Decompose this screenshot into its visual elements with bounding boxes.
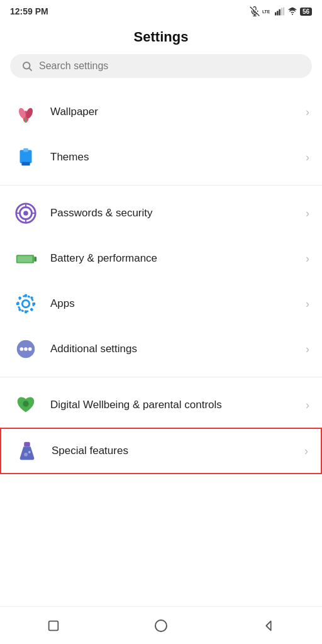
search-input[interactable]	[39, 60, 301, 72]
svg-rect-16	[20, 150, 32, 164]
svg-point-41	[24, 347, 28, 351]
passwords-chevron: ›	[306, 207, 309, 220]
divider-2	[0, 377, 322, 377]
status-icons: LTE 56	[250, 6, 312, 16]
special-features-icon	[14, 438, 40, 464]
svg-rect-33	[16, 303, 19, 305]
svg-point-21	[23, 211, 28, 216]
appearance-section: Wallpaper › Themes ›	[0, 89, 322, 180]
wallpaper-item[interactable]: Wallpaper ›	[0, 89, 322, 135]
apps-icon	[13, 291, 39, 317]
wallpaper-chevron: ›	[306, 106, 309, 119]
svg-point-40	[20, 347, 24, 351]
wallpaper-icon	[13, 99, 39, 125]
wallpaper-label: Wallpaper	[50, 105, 306, 119]
page-title: Settings	[0, 20, 322, 54]
svg-rect-5	[277, 11, 278, 15]
additional-item[interactable]: Additional settings ›	[0, 326, 322, 372]
svg-point-42	[28, 347, 32, 351]
svg-rect-44	[24, 442, 30, 447]
themes-chevron: ›	[306, 151, 309, 164]
signal-icon	[275, 6, 285, 16]
svg-rect-6	[279, 9, 280, 16]
svg-point-43	[23, 401, 29, 407]
apps-chevron: ›	[306, 297, 309, 311]
recents-icon	[47, 619, 60, 633]
search-icon	[21, 60, 33, 72]
svg-point-48	[155, 620, 167, 631]
divider-1	[0, 185, 322, 186]
svg-rect-27	[34, 257, 36, 262]
mute-icon	[250, 6, 260, 16]
svg-rect-28	[18, 256, 33, 262]
themes-item[interactable]: Themes ›	[0, 135, 322, 180]
themes-label: Themes	[50, 150, 306, 164]
svg-rect-47	[49, 621, 58, 630]
svg-rect-4	[275, 13, 276, 16]
svg-rect-31	[25, 294, 27, 297]
search-bar[interactable]	[10, 54, 312, 78]
svg-point-29	[22, 300, 29, 307]
passwords-icon	[13, 200, 39, 226]
additional-chevron: ›	[306, 343, 309, 356]
special-features-label: Special features	[52, 444, 304, 458]
battery-item[interactable]: Battery & performance ›	[0, 236, 322, 281]
svg-line-11	[29, 68, 31, 70]
additional-label: Additional settings	[50, 342, 306, 356]
passwords-label: Passwords & security	[50, 206, 306, 220]
apps-item[interactable]: Apps ›	[0, 281, 322, 326]
home-icon	[153, 618, 169, 633]
battery-icon	[13, 245, 39, 272]
svg-marker-49	[266, 621, 270, 630]
svg-text:LTE: LTE	[262, 9, 270, 14]
nav-bar	[0, 606, 322, 644]
svg-point-10	[23, 62, 30, 69]
status-bar: 12:59 PM LTE 56	[0, 0, 322, 20]
svg-rect-32	[25, 310, 27, 313]
svg-point-46	[28, 451, 31, 453]
wifi-icon	[287, 6, 297, 16]
back-icon	[262, 619, 275, 633]
wellbeing-icon	[13, 392, 39, 418]
svg-rect-8	[283, 8, 284, 16]
svg-rect-38	[30, 308, 33, 311]
special-features-chevron: ›	[304, 445, 308, 458]
svg-point-9	[292, 14, 293, 15]
wellbeing-item[interactable]: Digital Wellbeing & parental controls ›	[0, 382, 322, 428]
svg-rect-17	[21, 162, 30, 166]
wellbeing-section: Digital Wellbeing & parental controls › …	[0, 382, 322, 474]
lte-icon: LTE	[262, 6, 272, 16]
wellbeing-label: Digital Wellbeing & parental controls	[50, 398, 306, 412]
special-features-item[interactable]: Special features ›	[0, 428, 322, 474]
system-section: Passwords & security › Battery & perform…	[0, 191, 322, 372]
apps-label: Apps	[50, 297, 306, 311]
passwords-item[interactable]: Passwords & security ›	[0, 191, 322, 236]
battery-label: Battery & performance	[50, 252, 306, 265]
svg-rect-7	[280, 8, 282, 15]
svg-rect-18	[23, 148, 28, 152]
svg-point-45	[24, 453, 28, 457]
battery-chevron: ›	[306, 252, 309, 265]
themes-icon	[13, 144, 39, 170]
nav-recents-button[interactable]	[35, 613, 72, 638]
nav-back-button[interactable]	[250, 613, 287, 638]
svg-rect-34	[32, 303, 35, 305]
additional-icon	[13, 336, 39, 362]
wellbeing-chevron: ›	[306, 399, 309, 412]
battery-badge: 56	[300, 8, 312, 16]
status-time: 12:59 PM	[10, 6, 48, 16]
nav-home-button[interactable]	[142, 613, 180, 638]
